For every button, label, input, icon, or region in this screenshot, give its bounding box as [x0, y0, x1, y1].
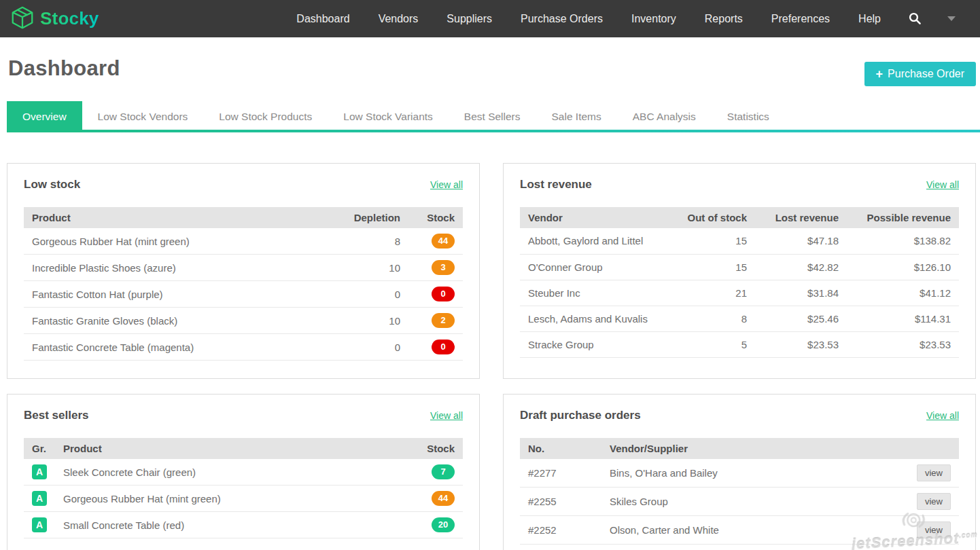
low-stock-title: Low stock: [24, 178, 80, 191]
view-button[interactable]: view: [917, 464, 951, 481]
lost-revenue-value: $23.53: [755, 331, 847, 357]
nav-item-vendors[interactable]: Vendors: [364, 0, 433, 37]
table-row: #2277 Bins, O'Hara and Bailey view: [520, 459, 959, 488]
nav-item-inventory[interactable]: Inventory: [617, 0, 690, 37]
table-row: Fantastic Granite Gloves (black) 10 2: [24, 308, 463, 334]
grade-badge: A: [32, 491, 47, 506]
purchase-order-button-label: Purchase Order: [888, 68, 964, 80]
new-purchase-order-button[interactable]: + Purchase Order: [864, 62, 976, 86]
account-caret-down-icon[interactable]: [947, 16, 956, 21]
lost-revenue-title: Lost revenue: [520, 178, 592, 191]
stocky-logo[interactable]: Stocky: [10, 3, 99, 35]
stock-badge: 0: [432, 287, 455, 301]
nav-item-suppliers[interactable]: Suppliers: [432, 0, 506, 37]
draft-purchase-orders-title: Draft purchase orders: [520, 409, 641, 422]
column-header-grade: Gr.: [24, 438, 55, 459]
nav-item-purchase-orders[interactable]: Purchase Orders: [506, 0, 617, 37]
table-row: Lesch, Adams and Kuvalis 8 $25.46 $114.3…: [520, 306, 959, 331]
nav-item-preferences[interactable]: Preferences: [757, 0, 844, 37]
tab-low-stock-variants[interactable]: Low Stock Variants: [328, 101, 449, 132]
po-number: #2255: [520, 488, 601, 516]
column-header-depletion: Depletion: [330, 207, 408, 228]
draft-purchase-orders-table: No. Vendor/Supplier #2277 Bins, O'Hara a…: [520, 438, 959, 545]
column-header-lost-revenue: Lost revenue: [755, 207, 847, 228]
tab-low-stock-vendors[interactable]: Low Stock Vendors: [82, 101, 204, 132]
stock-badge: 2: [432, 313, 455, 328]
depletion-value: 0: [330, 334, 408, 361]
possible-revenue-value: $114.31: [847, 306, 959, 331]
column-header-product: Product: [55, 438, 408, 459]
best-sellers-table: Gr. Product Stock A Sleek Concrete Chair…: [24, 438, 463, 538]
vendor-name: O'Conner Group: [520, 254, 670, 280]
column-header-stock: Stock: [408, 207, 463, 228]
tab-low-stock-products[interactable]: Low Stock Products: [203, 101, 328, 132]
column-header-stock: Stock: [408, 438, 463, 459]
draft-purchase-orders-view-all-link[interactable]: View all: [926, 410, 959, 421]
table-row: A Sleek Concrete Chair (green) 7: [24, 459, 463, 485]
out-of-stock-value: 15: [670, 254, 755, 280]
out-of-stock-value: 5: [670, 331, 755, 357]
low-stock-table: Product Depletion Stock Gorgeous Rubber …: [24, 207, 463, 361]
dashboard-cards: Low stock View all Product Depletion Sto…: [7, 163, 980, 550]
column-header-no: No.: [520, 438, 601, 459]
table-row: Fantastic Concrete Table (magenta) 0 0: [24, 334, 463, 361]
tab-sale-items[interactable]: Sale Items: [536, 101, 617, 132]
depletion-value: 0: [330, 281, 408, 308]
dashboard-tabs: Overview Low Stock Vendors Low Stock Pro…: [7, 101, 980, 132]
lost-revenue-view-all-link[interactable]: View all: [926, 179, 959, 190]
low-stock-view-all-link[interactable]: View all: [430, 179, 463, 190]
table-row: Fantastic Cotton Hat (purple) 0 0: [24, 281, 463, 308]
stock-badge: 7: [432, 464, 455, 479]
product-name: Fantastic Cotton Hat (purple): [24, 281, 330, 308]
grade-badge: A: [32, 517, 47, 532]
best-sellers-title: Best sellers: [24, 409, 88, 422]
table-row: #2255 Skiles Group view: [520, 488, 959, 516]
view-button[interactable]: view: [917, 521, 951, 538]
table-row: Incredible Plastic Shoes (azure) 10 3: [24, 255, 463, 281]
table-row: A Small Concrete Table (red) 20: [24, 512, 463, 538]
nav-item-reports[interactable]: Reports: [690, 0, 757, 37]
column-header-product: Product: [24, 207, 330, 228]
table-row: Stracke Group 5 $23.53 $23.53: [520, 331, 959, 357]
best-sellers-view-all-link[interactable]: View all: [430, 410, 463, 421]
draft-purchase-orders-card: Draft purchase orders View all No. Vendo…: [503, 394, 976, 550]
best-sellers-card: Best sellers View all Gr. Product Stock …: [7, 394, 480, 550]
vendor-name: Bins, O'Hara and Bailey: [601, 459, 905, 488]
low-stock-card: Low stock View all Product Depletion Sto…: [7, 163, 480, 379]
depletion-value: 8: [330, 228, 408, 255]
tab-overview[interactable]: Overview: [7, 101, 82, 132]
tab-statistics[interactable]: Statistics: [712, 101, 785, 132]
stock-badge: 3: [432, 260, 455, 275]
table-row: Steuber Inc 21 $31.84 $41.12: [520, 280, 959, 306]
nav-item-dashboard[interactable]: Dashboard: [282, 0, 364, 37]
possible-revenue-value: $23.53: [847, 331, 959, 357]
possible-revenue-value: $41.12: [847, 280, 959, 306]
search-icon[interactable]: [895, 12, 935, 25]
nav-item-help[interactable]: Help: [844, 0, 895, 37]
tab-best-sellers[interactable]: Best Sellers: [449, 101, 536, 132]
po-number: #2252: [520, 516, 601, 545]
depletion-value: 10: [330, 308, 408, 334]
brand-name: Stocky: [40, 8, 99, 29]
product-name: Sleek Concrete Chair (green): [55, 459, 408, 485]
product-name: Fantastic Granite Gloves (black): [24, 308, 330, 334]
out-of-stock-value: 15: [670, 228, 755, 254]
vendor-name: Abbott, Gaylord and Littel: [520, 228, 670, 254]
table-row: A Gorgeous Rubber Hat (mint green) 44: [24, 485, 463, 512]
product-name: Small Concrete Table (red): [55, 512, 408, 538]
grade-badge: A: [32, 464, 47, 479]
stock-badge: 44: [432, 234, 455, 249]
lost-revenue-value: $47.18: [755, 228, 847, 254]
depletion-value: 10: [330, 255, 408, 281]
stock-badge: 44: [432, 491, 455, 506]
nav-menu: Dashboard Vendors Suppliers Purchase Ord…: [282, 0, 965, 37]
view-button[interactable]: view: [917, 493, 951, 510]
plus-icon: +: [876, 69, 883, 79]
vendor-name: Steuber Inc: [520, 280, 670, 306]
lost-revenue-value: $42.82: [755, 254, 847, 280]
top-nav-bar: Stocky Dashboard Vendors Suppliers Purch…: [0, 0, 980, 37]
lost-revenue-table: Vendor Out of stock Lost revenue Possibl…: [520, 207, 959, 358]
tab-abc-analysis[interactable]: ABC Analysis: [617, 101, 712, 132]
table-row: Abbott, Gaylord and Littel 15 $47.18 $13…: [520, 228, 959, 254]
po-number: #2277: [520, 459, 601, 488]
